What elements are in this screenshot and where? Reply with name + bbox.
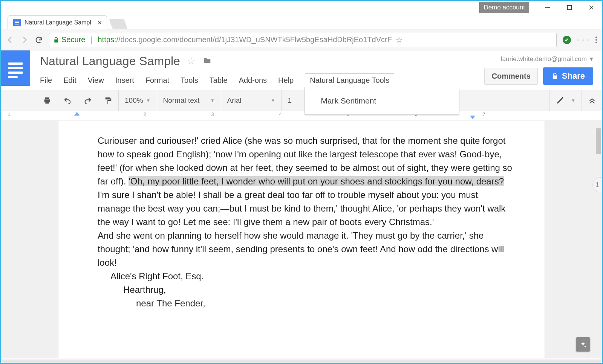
bookmark-star-button[interactable]: ☆ <box>396 35 403 44</box>
document-paragraph[interactable]: near The Fender, <box>98 297 513 310</box>
font-family-dropdown[interactable]: Arial ▼ <box>221 90 282 111</box>
docs-header: Natural Language Sample ☆ File Edit View… <box>1 50 602 87</box>
horizontal-ruler[interactable]: 1 2 3 4 5 6 7 <box>3 111 602 120</box>
document-paragraph[interactable]: Hearthrug, <box>98 283 513 297</box>
font-size-value: 1 <box>288 96 292 105</box>
menu-natural-language-tools[interactable]: Natural Language Tools Mark Sentiment <box>305 73 394 87</box>
close-icon <box>589 5 594 10</box>
print-button[interactable] <box>37 90 57 111</box>
arrow-left-icon <box>6 36 14 44</box>
document-scroll-area[interactable]: Curiouser and curiouser!' cried Alice (s… <box>1 120 602 361</box>
ruler-tick-label: 2 <box>144 112 146 117</box>
browser-tab-title: Natural Language Sampl <box>24 19 91 26</box>
font-size-dropdown[interactable]: 1 <box>282 90 298 111</box>
document-paragraph[interactable]: Alice's Right Foot, Esq. <box>98 270 513 283</box>
comments-button[interactable]: Comments <box>484 68 537 85</box>
chevron-down-icon: ▼ <box>146 98 151 103</box>
pencil-icon <box>556 96 564 105</box>
star-document-button[interactable]: ☆ <box>187 55 196 67</box>
share-label: Share <box>562 71 585 81</box>
menu-addons[interactable]: Add-ons <box>239 76 267 85</box>
docs-toolbar: 100% ▼ Normal text ▼ Arial ▼ 1 ▼ <box>1 90 602 111</box>
redo-button[interactable] <box>78 90 98 111</box>
mark-sentiment-item[interactable]: Mark Sentiment <box>305 92 459 110</box>
undo-button[interactable] <box>57 90 78 111</box>
menu-help[interactable]: Help <box>278 76 294 85</box>
document-title[interactable]: Natural Language Sample <box>40 54 180 68</box>
editing-mode-dropdown[interactable]: ▼ <box>550 96 582 105</box>
window-titlebar: Demo account <box>1 1 602 14</box>
menu-edit[interactable]: Edit <box>63 76 76 85</box>
vertical-scrollbar[interactable] <box>594 120 602 361</box>
right-indent-marker[interactable] <box>470 116 475 119</box>
chevron-down-icon: ▼ <box>210 98 215 103</box>
chrome-menu-button[interactable] <box>595 37 597 43</box>
print-icon <box>43 96 51 105</box>
arrow-right-icon <box>20 36 29 44</box>
text-selection: 'Oh, my poor little feet, I wonder who w… <box>129 176 504 186</box>
document-paragraph[interactable]: Curiouser and curiouser!' cried Alice (s… <box>98 134 513 229</box>
menu-file[interactable]: File <box>40 76 52 85</box>
user-email-menu[interactable]: laurie.white.demo@gmail.com ▾ <box>484 55 593 63</box>
secure-indicator: Secure <box>53 35 85 44</box>
ruler-tick-label: 4 <box>279 112 282 117</box>
nav-reload-button[interactable] <box>35 36 43 44</box>
maximize-icon <box>567 5 572 10</box>
paragraph-style-dropdown[interactable]: Normal text ▼ <box>157 90 221 111</box>
share-button[interactable]: Share <box>543 67 593 85</box>
paint-roller-icon <box>104 96 112 105</box>
font-value: Arial <box>227 96 242 105</box>
explore-button[interactable] <box>576 337 590 352</box>
nav-forward-button[interactable] <box>20 36 29 44</box>
scrollbar-thumb[interactable] <box>596 128 601 154</box>
url-protocol: https <box>98 35 114 44</box>
zoom-dropdown[interactable]: 100% ▼ <box>119 90 157 111</box>
browser-tab-strip: Natural Language Sampl ✕ <box>1 14 602 29</box>
nl-tools-trigger[interactable]: Natural Language Tools <box>305 73 394 87</box>
chevron-down-icon: ▼ <box>571 98 575 103</box>
folder-icon <box>202 56 212 65</box>
docs-favicon-icon <box>13 19 21 26</box>
window-bottom-edge <box>2 358 601 362</box>
ruler-tick-label: 7 <box>483 112 485 117</box>
menubar: File Edit View Insert Format Tools Table… <box>40 73 484 87</box>
docs-logo-icon[interactable] <box>1 50 30 86</box>
extension-badge-icon[interactable]: ✔ <box>563 36 571 44</box>
menu-view[interactable]: View <box>88 76 104 85</box>
chevron-down-icon: ▼ <box>271 98 275 103</box>
user-email-label: laurie.white.demo@gmail.com <box>501 55 587 63</box>
undo-icon <box>63 96 72 105</box>
new-tab-button[interactable] <box>109 19 127 29</box>
menu-tools[interactable]: Tools <box>181 76 198 85</box>
zoom-value: 100% <box>125 96 143 105</box>
lock-icon <box>551 73 558 79</box>
browser-tab[interactable]: Natural Language Sampl ✕ <box>8 15 107 29</box>
paint-format-button[interactable] <box>98 90 118 111</box>
menu-insert[interactable]: Insert <box>115 76 134 85</box>
demo-account-badge: Demo account <box>479 2 529 13</box>
reload-icon <box>35 36 43 44</box>
chevron-double-up-icon <box>588 96 596 105</box>
nav-back-button[interactable] <box>6 36 14 44</box>
svg-rect-1 <box>568 6 572 10</box>
document-paragraph[interactable]: And she went on planning to herself how … <box>98 229 513 270</box>
address-bar[interactable]: Secure | https ://docs.google.com/docume… <box>49 33 557 47</box>
url-text: ://docs.google.com/document/d/1jJ31WD_uS… <box>114 35 392 44</box>
style-value: Normal text <box>163 96 200 105</box>
menu-format[interactable]: Format <box>145 76 169 85</box>
window-close-button[interactable] <box>580 2 602 14</box>
minimize-icon <box>545 5 550 10</box>
menu-table[interactable]: Table <box>210 76 228 85</box>
left-indent-marker[interactable] <box>74 112 80 116</box>
document-page[interactable]: Curiouser and curiouser!' cried Alice (s… <box>58 120 545 361</box>
window-minimize-button[interactable] <box>537 2 559 14</box>
extension-placeholder: ▫ ▫ ▫ <box>577 37 589 43</box>
tab-close-button[interactable]: ✕ <box>97 19 102 26</box>
nl-tools-dropdown: Mark Sentiment <box>305 87 459 115</box>
secure-label: Secure <box>61 35 85 44</box>
chevron-down-icon: ▾ <box>590 55 593 63</box>
window-maximize-button[interactable] <box>559 2 580 14</box>
collapse-toolbar-button[interactable] <box>582 96 602 105</box>
move-to-folder-button[interactable] <box>202 56 212 66</box>
browser-toolbar: Secure | https ://docs.google.com/docume… <box>1 29 602 50</box>
